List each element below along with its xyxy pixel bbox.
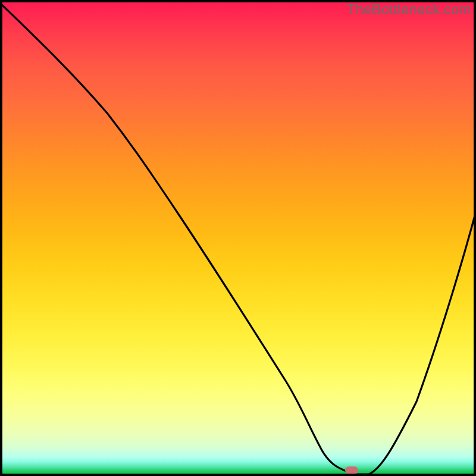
watermark-text: TheBottleneck.com: [347, 1, 471, 18]
bottleneck-marker: [345, 466, 358, 474]
bottleneck-curve-path: [0, 3, 476, 474]
curve-layer: [0, 0, 476, 476]
bottleneck-chart: TheBottleneck.com: [0, 0, 476, 476]
